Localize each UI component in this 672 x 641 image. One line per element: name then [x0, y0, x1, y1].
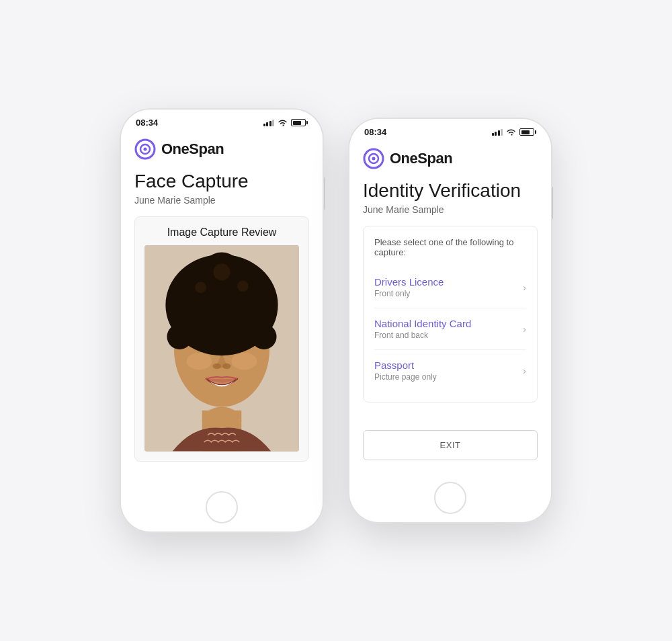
- national-id-subtitle: Front and back: [374, 331, 471, 340]
- phone1: 08:34: [121, 110, 323, 531]
- drivers-licence-subtitle: Front only: [374, 289, 444, 298]
- status-bar-2: 08:34: [349, 119, 551, 142]
- onespan-logo-icon-2: [363, 148, 384, 169]
- passport-chevron: ›: [523, 366, 526, 376]
- capture-review-title: Image Capture Review: [144, 226, 299, 239]
- battery-icon-1: [291, 119, 308, 126]
- capture-review-box: Image Capture Review: [134, 216, 309, 462]
- onespan-logo-icon-1: [134, 138, 156, 160]
- phone2: 08:34: [349, 119, 551, 522]
- drivers-licence-chevron: ›: [523, 282, 526, 293]
- face-image: [144, 245, 299, 452]
- svg-point-31: [237, 281, 249, 292]
- phones-container: 08:34: [121, 110, 551, 531]
- status-bar-1: 08:34: [121, 110, 323, 133]
- home-button-2[interactable]: [434, 482, 466, 514]
- page-subtitle-2: June Marie Sample: [363, 204, 538, 215]
- phone1-wrapper: 08:34: [121, 110, 323, 531]
- drivers-licence-title: Drivers Licence: [374, 276, 444, 288]
- svg-point-19: [222, 364, 231, 369]
- drivers-licence-text: Drivers Licence Front only: [374, 276, 444, 298]
- svg-point-9: [232, 353, 257, 370]
- svg-point-8: [187, 353, 212, 370]
- page-title-1: Face Capture: [134, 171, 309, 192]
- onespan-logo-text-1: OneSpan: [161, 140, 224, 158]
- time-2: 08:34: [364, 127, 386, 137]
- phone2-content: OneSpan Identity Verification June Marie…: [349, 142, 551, 474]
- drivers-licence-option[interactable]: Drivers Licence Front only ›: [374, 267, 526, 308]
- battery-icon-2: [519, 128, 536, 136]
- logo-area-1: OneSpan: [134, 133, 309, 171]
- national-id-option[interactable]: National Identity Card Front and back ›: [374, 308, 526, 350]
- passport-title: Passport: [374, 359, 437, 371]
- page-title-2: Identity Verification: [363, 180, 538, 202]
- verification-card: Please select one of the following to ca…: [363, 226, 538, 402]
- national-id-title: National Identity Card: [374, 318, 471, 329]
- national-id-chevron: ›: [523, 324, 526, 335]
- exit-button[interactable]: EXIT: [363, 430, 538, 460]
- face-svg: [144, 245, 299, 452]
- page-subtitle-1: June Marie Sample: [134, 195, 309, 206]
- passport-text: Passport Picture page only: [374, 359, 437, 382]
- passport-subtitle: Picture page only: [374, 372, 437, 382]
- phone2-wrapper: 08:34: [349, 119, 551, 522]
- home-button-1[interactable]: [206, 491, 238, 523]
- status-icons-1: [263, 119, 308, 126]
- signal-icon-2: [492, 129, 503, 136]
- svg-point-32: [213, 264, 230, 281]
- national-id-text: National Identity Card Front and back: [374, 318, 471, 340]
- phone1-content: OneSpan Face Capture June Marie Sample I…: [121, 133, 323, 483]
- select-prompt: Please select one of the following to ca…: [374, 237, 526, 257]
- svg-point-35: [372, 157, 376, 161]
- wifi-icon-1: [278, 119, 288, 126]
- svg-point-2: [144, 148, 147, 151]
- signal-icon-1: [263, 120, 275, 126]
- svg-point-23: [167, 324, 192, 349]
- passport-option[interactable]: Passport Picture page only ›: [374, 350, 526, 391]
- svg-point-24: [251, 324, 277, 349]
- svg-point-30: [195, 282, 206, 294]
- onespan-logo-text-2: OneSpan: [390, 150, 452, 167]
- svg-point-18: [212, 364, 221, 369]
- time-1: 08:34: [136, 118, 158, 128]
- spacer: [363, 413, 538, 430]
- logo-area-2: OneSpan: [363, 142, 538, 180]
- status-icons-2: [492, 128, 537, 136]
- wifi-icon-2: [506, 128, 516, 136]
